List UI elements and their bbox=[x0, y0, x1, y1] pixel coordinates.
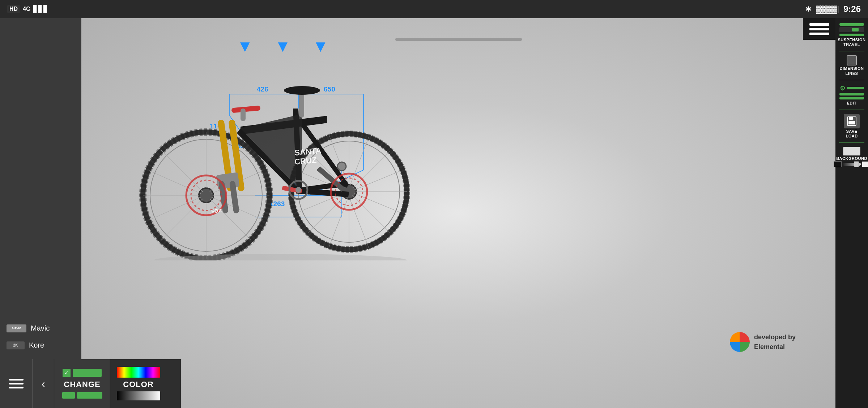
watermark-line2: Elemental bbox=[754, 342, 796, 352]
color-label: COLOR bbox=[123, 380, 153, 389]
save-load-icon bbox=[844, 114, 860, 128]
divider-3 bbox=[839, 110, 864, 110]
bottom-toolbar: ‹ ✓ CHANGE COLOR bbox=[0, 359, 181, 408]
svg-line-46 bbox=[161, 199, 203, 240]
menu-line-1 bbox=[809, 23, 829, 26]
mavic-label: Mavic bbox=[31, 324, 50, 332]
svg-line-27 bbox=[353, 151, 390, 188]
network-signal: 4G bbox=[23, 6, 30, 12]
svg-line-29 bbox=[354, 194, 400, 212]
status-bar: HD 4G ▋▋▋ ✱ ▓▓▓▓| 9:26 bbox=[0, 0, 868, 18]
bg-slider-track[interactable] bbox=[843, 163, 861, 166]
battery-icon: ▓▓▓▓| bbox=[816, 5, 839, 13]
edit-bar-top bbox=[839, 93, 864, 95]
change-small-rect-1 bbox=[62, 392, 75, 399]
edit-sliders-group: ⚙ bbox=[840, 84, 864, 92]
top-right-menu[interactable] bbox=[803, 18, 835, 40]
edit-bar-bottom bbox=[839, 97, 864, 99]
svg-text:426: 426 bbox=[257, 85, 268, 93]
dimension-label: DIMENSION LINES bbox=[840, 66, 864, 76]
svg-text:SANTA: SANTA bbox=[294, 146, 322, 157]
change-rect-bar bbox=[73, 369, 102, 377]
edit-btn[interactable]: ⚙ EDIT bbox=[837, 83, 866, 107]
edit-green-bar-1 bbox=[847, 87, 864, 89]
edit-handle-icon: ⚙ bbox=[840, 84, 846, 92]
svg-rect-76 bbox=[848, 121, 855, 124]
brand-kore[interactable]: 2K Kore bbox=[0, 337, 81, 354]
suspension-bar-2 bbox=[839, 34, 864, 36]
bg-slider-thumb[interactable] bbox=[854, 161, 859, 167]
back-arrow-icon: ‹ bbox=[42, 378, 45, 390]
status-right: ✱ ▓▓▓▓| 9:26 bbox=[805, 4, 861, 14]
suspension-travel-btn[interactable]: SUSPENSION TRAVEL bbox=[837, 21, 866, 48]
bike-dimension-svg: 426 650 114 62 1263 327 bbox=[118, 36, 443, 260]
hd-badge: HD bbox=[7, 5, 20, 13]
svg-line-25 bbox=[353, 195, 390, 233]
dimension-lines-btn[interactable]: DIMENSION LINES bbox=[837, 54, 866, 77]
bg-slider-row bbox=[834, 161, 868, 167]
background-btn[interactable]: BACKGROUND bbox=[837, 145, 866, 168]
svg-point-77 bbox=[854, 118, 855, 119]
suspension-handle[interactable] bbox=[839, 27, 864, 32]
menu-line-3 bbox=[809, 33, 829, 35]
kore-label: Kore bbox=[29, 341, 44, 349]
change-bottom-row bbox=[62, 392, 102, 399]
watermark-line1: developed by bbox=[754, 332, 796, 342]
dimension-checkbox[interactable] bbox=[847, 55, 857, 65]
edit-slider-row-1: ⚙ bbox=[840, 84, 864, 92]
svg-text:FOX: FOX bbox=[211, 207, 222, 214]
change-small-rect-2 bbox=[77, 392, 102, 399]
color-gray-bar bbox=[117, 391, 160, 400]
color-spectrum-bar bbox=[117, 367, 160, 378]
svg-text:650: 650 bbox=[324, 85, 335, 93]
change-label: CHANGE bbox=[64, 380, 100, 389]
toolbar-change-button[interactable]: ✓ CHANGE bbox=[54, 359, 110, 408]
svg-rect-62 bbox=[241, 109, 246, 121]
svg-point-64 bbox=[284, 86, 320, 95]
suspension-label: SUSPENSION TRAVEL bbox=[838, 38, 865, 47]
hamburger-line-2 bbox=[9, 383, 24, 384]
main-canvas[interactable]: ▼ ▼ ▼ 426 650 114 62 1263 327 bbox=[81, 18, 835, 408]
right-panel: SUSPENSION TRAVEL DIMENSION LINES ⚙ EDIT bbox=[835, 18, 868, 408]
mavic-logo: MAVIC bbox=[7, 324, 26, 332]
svg-rect-63 bbox=[299, 92, 304, 118]
svg-rect-61 bbox=[231, 106, 261, 113]
kore-logo: 2K bbox=[7, 341, 25, 349]
bluetooth-icon: ✱ bbox=[805, 5, 812, 13]
svg-line-44 bbox=[161, 150, 203, 192]
left-sidebar: MAVIC Mavic 2K Kore bbox=[0, 18, 81, 408]
watermark: developed by Elemental bbox=[730, 332, 796, 352]
svg-rect-75 bbox=[849, 117, 853, 120]
bg-white-swatch bbox=[862, 161, 868, 167]
svg-text:CRUZ: CRUZ bbox=[294, 156, 317, 166]
background-label: BACKGROUND bbox=[836, 156, 867, 161]
menu-line-2 bbox=[809, 28, 829, 30]
toolbar-menu-button[interactable] bbox=[0, 359, 33, 408]
toolbar-back-button[interactable]: ‹ bbox=[33, 359, 54, 408]
save-load-btn[interactable]: SAVE LOAD bbox=[837, 112, 866, 140]
brand-mavic[interactable]: MAVIC Mavic bbox=[0, 320, 81, 337]
top-scrollbar[interactable] bbox=[395, 38, 522, 41]
svg-point-60 bbox=[337, 162, 346, 171]
signal-bars: ▋▋▋ bbox=[33, 5, 48, 13]
hamburger-line-1 bbox=[9, 379, 24, 381]
svg-line-31 bbox=[354, 171, 400, 190]
hamburger-line-3 bbox=[9, 387, 24, 388]
save-load-label: SAVE LOAD bbox=[846, 129, 858, 139]
status-left: HD 4G ▋▋▋ bbox=[7, 5, 48, 13]
watermark-text: developed by Elemental bbox=[754, 332, 796, 352]
suspension-bar-1 bbox=[839, 23, 864, 26]
edit-label: EDIT bbox=[847, 101, 856, 106]
change-checkbox: ✓ bbox=[63, 369, 71, 377]
svg-point-67 bbox=[295, 187, 301, 193]
divider-4 bbox=[839, 143, 864, 143]
change-top-row: ✓ bbox=[63, 369, 102, 377]
svg-line-26 bbox=[308, 195, 345, 233]
elemental-logo-icon bbox=[730, 332, 750, 352]
time-display: 9:26 bbox=[843, 4, 861, 14]
divider-1 bbox=[839, 51, 864, 51]
bg-black-swatch bbox=[834, 161, 842, 167]
bg-color-swatch bbox=[843, 147, 860, 156]
svg-line-45 bbox=[210, 199, 251, 240]
toolbar-color-button[interactable]: COLOR bbox=[110, 359, 166, 408]
